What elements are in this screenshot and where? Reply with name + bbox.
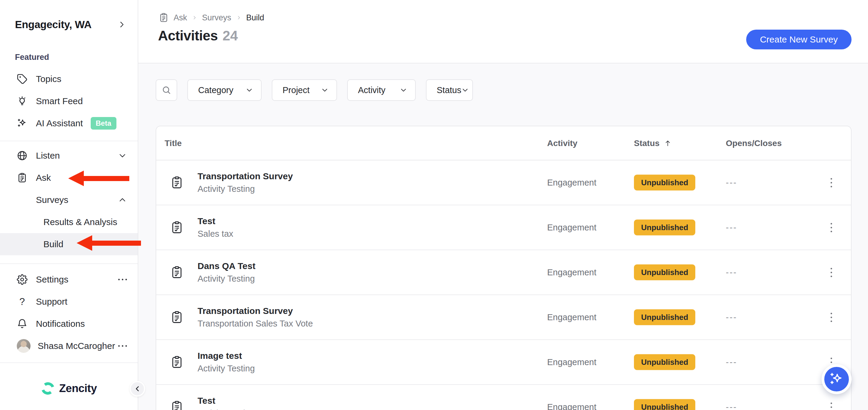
row-title: Transportation Survey bbox=[197, 306, 313, 316]
chevron-up-icon[interactable] bbox=[118, 173, 127, 182]
sidebar-item-listen[interactable]: Listen bbox=[0, 145, 138, 167]
table-header-row: Title Activity Status Opens/Closes bbox=[156, 126, 851, 160]
zencity-logo: Zencity bbox=[0, 377, 138, 401]
table-row[interactable]: Transportation Survey Transportation Sal… bbox=[156, 295, 851, 340]
org-switcher[interactable]: Engagecity, WA bbox=[15, 15, 126, 33]
sidebar-item-smart-feed[interactable]: Smart Feed bbox=[0, 90, 138, 112]
sidebar-item-label: Build bbox=[43, 239, 63, 249]
row-status-cell: Unpublished bbox=[634, 354, 695, 370]
row-title-cell: Transportation Survey Activity Testing bbox=[197, 171, 293, 194]
sidebar-item-ask[interactable]: Ask bbox=[0, 167, 138, 189]
row-kebab-menu-button[interactable] bbox=[825, 309, 837, 325]
row-subtitle: Activity Testing bbox=[197, 184, 293, 194]
row-kebab-menu-button[interactable] bbox=[825, 399, 837, 410]
avatar bbox=[17, 339, 31, 353]
sort-ascending-icon bbox=[664, 139, 672, 147]
sparkle-icon bbox=[17, 118, 28, 129]
table-row[interactable]: Image test Activity Testing Engagement U… bbox=[156, 340, 851, 385]
table-row[interactable]: Dans QA Test Activity Testing Engagement… bbox=[156, 250, 851, 295]
table-row[interactable]: Transportation Survey Activity Testing E… bbox=[156, 160, 851, 205]
ellipsis-icon[interactable] bbox=[118, 279, 127, 280]
row-kebab-menu-button[interactable] bbox=[825, 264, 837, 281]
sidebar-item-topics[interactable]: Topics bbox=[0, 68, 138, 90]
zencity-logo-mark-icon bbox=[41, 382, 55, 395]
table-body: Transportation Survey Activity Testing E… bbox=[156, 160, 851, 410]
row-status-cell: Unpublished bbox=[634, 175, 695, 191]
column-header-status[interactable]: Status bbox=[634, 126, 672, 160]
search-button[interactable] bbox=[156, 79, 177, 101]
globe-icon bbox=[17, 150, 28, 161]
chevron-down-icon[interactable] bbox=[118, 151, 127, 160]
column-header-opens-closes[interactable]: Opens/Closes bbox=[726, 126, 782, 160]
sidebar-item-notifications[interactable]: Notifications bbox=[0, 313, 138, 335]
chevron-down-icon bbox=[400, 86, 407, 94]
sidebar-divider bbox=[0, 141, 138, 141]
row-activity: Engagement bbox=[547, 357, 596, 367]
sidebar-item-label: Settings bbox=[36, 275, 68, 285]
sidebar-item-label: Support bbox=[36, 296, 67, 307]
row-status-cell: Unpublished bbox=[634, 220, 695, 235]
status-filter-dropdown[interactable]: Status bbox=[426, 79, 473, 101]
sidebar-item-ai-assistant[interactable]: AI Assistant Beta bbox=[0, 112, 138, 134]
dropdown-label: Status bbox=[437, 85, 461, 95]
row-subtitle: Transportation Sales Tax Vote bbox=[197, 319, 313, 328]
column-header-activity[interactable]: Activity bbox=[547, 126, 577, 160]
sidebar-item-label: Ask bbox=[36, 173, 51, 183]
sidebar-item-build[interactable]: Build bbox=[0, 233, 138, 255]
table-row[interactable]: Test Sales tax Engagement Unpublished --… bbox=[156, 205, 851, 250]
column-header-title[interactable]: Title bbox=[165, 126, 182, 160]
status-badge: Unpublished bbox=[634, 264, 695, 280]
gear-icon bbox=[17, 274, 28, 285]
survey-clipboard-icon bbox=[17, 172, 28, 183]
table-row[interactable]: Test Activity Testing Engagement Unpubli… bbox=[156, 385, 851, 410]
page-header: Ask Surveys Build Activities 24 Create N… bbox=[138, 0, 868, 63]
chevron-down-icon bbox=[245, 86, 253, 94]
row-kebab-menu-button[interactable] bbox=[825, 219, 837, 236]
featured-section-label: Featured bbox=[15, 53, 49, 62]
row-title: Test bbox=[197, 216, 233, 226]
sidebar-item-label: Results & Analysis bbox=[43, 217, 117, 227]
row-kebab-menu-button[interactable] bbox=[825, 174, 837, 191]
row-activity: Engagement bbox=[547, 178, 596, 188]
breadcrumb-link[interactable]: Ask bbox=[174, 13, 187, 23]
activity-filter-dropdown[interactable]: Activity bbox=[347, 79, 416, 101]
status-badge: Unpublished bbox=[634, 220, 695, 235]
row-title-cell: Image test Activity Testing bbox=[197, 351, 255, 374]
sidebar: Engagecity, WA Featured Topics Smart Fee… bbox=[0, 0, 138, 410]
row-status-cell: Unpublished bbox=[634, 399, 695, 410]
row-title: Transportation Survey bbox=[197, 171, 293, 181]
sidebar-item-settings[interactable]: Settings bbox=[0, 269, 138, 291]
lightbulb-icon bbox=[17, 96, 28, 106]
status-badge: Unpublished bbox=[634, 399, 695, 410]
sidebar-collapse-button[interactable] bbox=[130, 381, 145, 397]
project-filter-dropdown[interactable]: Project bbox=[272, 79, 337, 101]
row-opens-closes: --- bbox=[726, 357, 737, 367]
breadcrumb: Ask Surveys Build bbox=[159, 12, 264, 23]
row-status-cell: Unpublished bbox=[634, 264, 695, 280]
row-subtitle: Activity Testing bbox=[197, 409, 255, 410]
sidebar-item-results-analysis[interactable]: Results & Analysis bbox=[0, 211, 138, 233]
sidebar-user-menu[interactable]: Shasa McCarogher bbox=[0, 335, 138, 357]
category-filter-dropdown[interactable]: Category bbox=[187, 79, 261, 101]
breadcrumb-link[interactable]: Surveys bbox=[202, 13, 231, 23]
survey-clipboard-icon bbox=[170, 221, 184, 234]
row-title-cell: Dans QA Test Activity Testing bbox=[197, 261, 255, 284]
row-status-cell: Unpublished bbox=[634, 310, 695, 325]
sidebar-item-support[interactable]: ? Support bbox=[0, 291, 138, 313]
row-activity: Engagement bbox=[547, 223, 596, 232]
survey-clipboard-icon bbox=[170, 265, 184, 279]
ellipsis-icon[interactable] bbox=[118, 345, 127, 347]
sidebar-item-surveys[interactable]: Surveys bbox=[0, 189, 138, 211]
chevron-right-icon bbox=[192, 15, 197, 20]
row-opens-closes: --- bbox=[726, 178, 737, 188]
breadcrumb-current: Build bbox=[246, 13, 264, 23]
row-opens-closes: --- bbox=[726, 312, 737, 322]
chevron-right-icon bbox=[236, 15, 242, 20]
chevron-up-icon[interactable] bbox=[118, 195, 127, 204]
chevron-down-icon bbox=[461, 86, 469, 94]
dropdown-label: Category bbox=[198, 85, 234, 95]
sidebar-item-label: Notifications bbox=[36, 319, 85, 329]
ai-assistant-fab[interactable] bbox=[822, 364, 851, 394]
row-title: Dans QA Test bbox=[197, 261, 255, 271]
create-new-survey-button[interactable]: Create New Survey bbox=[746, 30, 851, 50]
